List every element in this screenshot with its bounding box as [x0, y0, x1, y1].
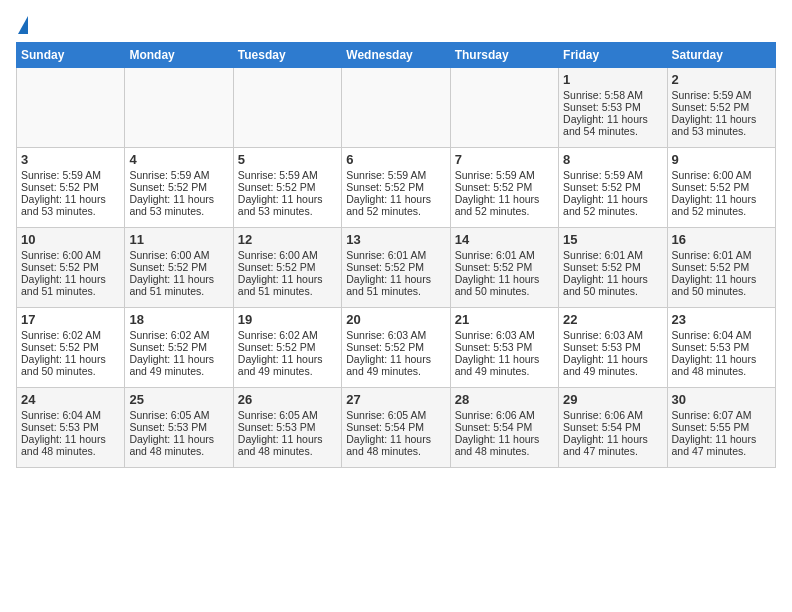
col-header-saturday: Saturday: [667, 43, 775, 68]
calendar-cell: [450, 68, 558, 148]
calendar-cell: 28Sunrise: 6:06 AMSunset: 5:54 PMDayligh…: [450, 388, 558, 468]
daylight-text: Daylight: 11 hours and 48 minutes.: [21, 433, 120, 457]
week-row-3: 10Sunrise: 6:00 AMSunset: 5:52 PMDayligh…: [17, 228, 776, 308]
calendar-cell: 19Sunrise: 6:02 AMSunset: 5:52 PMDayligh…: [233, 308, 341, 388]
sunset-text: Sunset: 5:52 PM: [238, 261, 337, 273]
day-number: 9: [672, 152, 771, 167]
daylight-text: Daylight: 11 hours and 48 minutes.: [238, 433, 337, 457]
sunset-text: Sunset: 5:52 PM: [563, 181, 662, 193]
daylight-text: Daylight: 11 hours and 51 minutes.: [238, 273, 337, 297]
daylight-text: Daylight: 11 hours and 52 minutes.: [346, 193, 445, 217]
day-number: 27: [346, 392, 445, 407]
col-header-tuesday: Tuesday: [233, 43, 341, 68]
daylight-text: Daylight: 11 hours and 47 minutes.: [563, 433, 662, 457]
day-number: 22: [563, 312, 662, 327]
day-number: 17: [21, 312, 120, 327]
sunrise-text: Sunrise: 5:59 AM: [672, 89, 771, 101]
daylight-text: Daylight: 11 hours and 47 minutes.: [672, 433, 771, 457]
sunset-text: Sunset: 5:52 PM: [563, 261, 662, 273]
sunset-text: Sunset: 5:52 PM: [672, 181, 771, 193]
day-number: 10: [21, 232, 120, 247]
day-number: 3: [21, 152, 120, 167]
week-row-5: 24Sunrise: 6:04 AMSunset: 5:53 PMDayligh…: [17, 388, 776, 468]
calendar-table: SundayMondayTuesdayWednesdayThursdayFrid…: [16, 42, 776, 468]
daylight-text: Daylight: 11 hours and 49 minutes.: [563, 353, 662, 377]
calendar-cell: 25Sunrise: 6:05 AMSunset: 5:53 PMDayligh…: [125, 388, 233, 468]
calendar-cell: [233, 68, 341, 148]
sunrise-text: Sunrise: 5:59 AM: [238, 169, 337, 181]
sunset-text: Sunset: 5:52 PM: [129, 261, 228, 273]
daylight-text: Daylight: 11 hours and 51 minutes.: [21, 273, 120, 297]
sunset-text: Sunset: 5:52 PM: [455, 261, 554, 273]
sunrise-text: Sunrise: 5:59 AM: [21, 169, 120, 181]
calendar-cell: 6Sunrise: 5:59 AMSunset: 5:52 PMDaylight…: [342, 148, 450, 228]
sunrise-text: Sunrise: 6:00 AM: [238, 249, 337, 261]
daylight-text: Daylight: 11 hours and 50 minutes.: [563, 273, 662, 297]
calendar-cell: 21Sunrise: 6:03 AMSunset: 5:53 PMDayligh…: [450, 308, 558, 388]
day-number: 26: [238, 392, 337, 407]
sunrise-text: Sunrise: 6:01 AM: [346, 249, 445, 261]
day-number: 7: [455, 152, 554, 167]
sunset-text: Sunset: 5:54 PM: [346, 421, 445, 433]
sunrise-text: Sunrise: 5:59 AM: [455, 169, 554, 181]
day-number: 6: [346, 152, 445, 167]
calendar-cell: 29Sunrise: 6:06 AMSunset: 5:54 PMDayligh…: [559, 388, 667, 468]
day-number: 4: [129, 152, 228, 167]
daylight-text: Daylight: 11 hours and 50 minutes.: [672, 273, 771, 297]
sunset-text: Sunset: 5:52 PM: [455, 181, 554, 193]
calendar-cell: 24Sunrise: 6:04 AMSunset: 5:53 PMDayligh…: [17, 388, 125, 468]
col-header-wednesday: Wednesday: [342, 43, 450, 68]
calendar-cell: 27Sunrise: 6:05 AMSunset: 5:54 PMDayligh…: [342, 388, 450, 468]
calendar-cell: 14Sunrise: 6:01 AMSunset: 5:52 PMDayligh…: [450, 228, 558, 308]
calendar-cell: 20Sunrise: 6:03 AMSunset: 5:52 PMDayligh…: [342, 308, 450, 388]
day-number: 28: [455, 392, 554, 407]
daylight-text: Daylight: 11 hours and 49 minutes.: [346, 353, 445, 377]
day-number: 14: [455, 232, 554, 247]
page-header: [16, 16, 776, 34]
logo-triangle-icon: [18, 16, 28, 34]
day-number: 20: [346, 312, 445, 327]
sunset-text: Sunset: 5:52 PM: [21, 181, 120, 193]
calendar-cell: 16Sunrise: 6:01 AMSunset: 5:52 PMDayligh…: [667, 228, 775, 308]
sunrise-text: Sunrise: 5:59 AM: [346, 169, 445, 181]
sunset-text: Sunset: 5:53 PM: [21, 421, 120, 433]
sunrise-text: Sunrise: 5:59 AM: [129, 169, 228, 181]
sunset-text: Sunset: 5:52 PM: [129, 181, 228, 193]
day-number: 12: [238, 232, 337, 247]
sunset-text: Sunset: 5:52 PM: [238, 181, 337, 193]
sunset-text: Sunset: 5:53 PM: [563, 101, 662, 113]
sunrise-text: Sunrise: 5:59 AM: [563, 169, 662, 181]
daylight-text: Daylight: 11 hours and 52 minutes.: [672, 193, 771, 217]
day-number: 30: [672, 392, 771, 407]
calendar-cell: 30Sunrise: 6:07 AMSunset: 5:55 PMDayligh…: [667, 388, 775, 468]
day-number: 1: [563, 72, 662, 87]
sunset-text: Sunset: 5:52 PM: [21, 341, 120, 353]
daylight-text: Daylight: 11 hours and 48 minutes.: [129, 433, 228, 457]
sunset-text: Sunset: 5:53 PM: [563, 341, 662, 353]
day-number: 23: [672, 312, 771, 327]
calendar-cell: 2Sunrise: 5:59 AMSunset: 5:52 PMDaylight…: [667, 68, 775, 148]
daylight-text: Daylight: 11 hours and 51 minutes.: [346, 273, 445, 297]
daylight-text: Daylight: 11 hours and 51 minutes.: [129, 273, 228, 297]
day-number: 29: [563, 392, 662, 407]
sunrise-text: Sunrise: 6:05 AM: [238, 409, 337, 421]
daylight-text: Daylight: 11 hours and 53 minutes.: [129, 193, 228, 217]
daylight-text: Daylight: 11 hours and 50 minutes.: [21, 353, 120, 377]
sunrise-text: Sunrise: 6:04 AM: [672, 329, 771, 341]
daylight-text: Daylight: 11 hours and 50 minutes.: [455, 273, 554, 297]
sunset-text: Sunset: 5:53 PM: [455, 341, 554, 353]
day-number: 13: [346, 232, 445, 247]
calendar-cell: 15Sunrise: 6:01 AMSunset: 5:52 PMDayligh…: [559, 228, 667, 308]
sunset-text: Sunset: 5:52 PM: [346, 261, 445, 273]
sunrise-text: Sunrise: 6:02 AM: [21, 329, 120, 341]
day-number: 19: [238, 312, 337, 327]
daylight-text: Daylight: 11 hours and 52 minutes.: [455, 193, 554, 217]
sunrise-text: Sunrise: 6:00 AM: [129, 249, 228, 261]
header-row: SundayMondayTuesdayWednesdayThursdayFrid…: [17, 43, 776, 68]
sunrise-text: Sunrise: 6:00 AM: [672, 169, 771, 181]
sunrise-text: Sunrise: 6:06 AM: [455, 409, 554, 421]
sunset-text: Sunset: 5:54 PM: [563, 421, 662, 433]
sunset-text: Sunset: 5:53 PM: [129, 421, 228, 433]
sunset-text: Sunset: 5:52 PM: [238, 341, 337, 353]
daylight-text: Daylight: 11 hours and 53 minutes.: [238, 193, 337, 217]
